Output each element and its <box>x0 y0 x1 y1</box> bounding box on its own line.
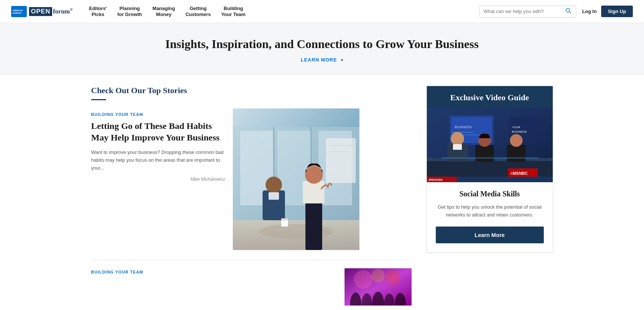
svg-rect-23 <box>326 138 356 183</box>
svg-line-5 <box>569 12 571 13</box>
svg-rect-51 <box>507 145 526 162</box>
login-button[interactable]: Log In <box>582 9 597 14</box>
hero-title: Insights, Inspiration, and Connections t… <box>7 37 637 51</box>
svg-rect-39 <box>451 132 473 133</box>
story-text: BUILDING YOUR TEAM Letting Go of These B… <box>91 108 233 252</box>
story-headline: Letting Go of These Bad Habits May Help … <box>91 120 225 143</box>
svg-rect-22 <box>281 218 288 221</box>
hero-learn-more-link[interactable]: LEARN MORE ▾ <box>301 57 343 63</box>
top-stories-heading: Check Out Our Top Stories <box>91 86 412 95</box>
svg-text:BUSINESS: BUSINESS <box>455 125 472 129</box>
svg-text:AMERICAN: AMERICAN <box>13 9 23 12</box>
svg-rect-19 <box>303 181 324 203</box>
video-card-subtitle: Social Media Skills <box>436 190 544 198</box>
svg-point-33 <box>386 270 400 285</box>
svg-text:YOUR: YOUR <box>512 126 520 129</box>
search-icon <box>565 8 571 14</box>
svg-text:BUSINESS: BUSINESS <box>512 130 527 133</box>
search-box <box>479 6 576 18</box>
svg-rect-18 <box>305 198 322 250</box>
svg-point-32 <box>354 270 372 289</box>
svg-point-20 <box>305 166 323 184</box>
video-thumbnail-svg: BUSINESS YOUR BUSINESS <box>427 108 553 182</box>
search-input[interactable] <box>483 9 565 14</box>
svg-rect-48 <box>453 144 462 150</box>
story-author: Mike Michalowicz <box>91 177 225 182</box>
svg-point-34 <box>371 269 385 282</box>
second-story-text: BUILDING YOUR TEAM <box>91 268 337 306</box>
nav-managing-money[interactable]: ManagingMoney <box>147 6 180 17</box>
title-underline <box>91 99 106 100</box>
svg-rect-55 <box>442 157 539 159</box>
hero-learn-more-label: LEARN MORE <box>301 57 337 63</box>
second-story-card[interactable]: BUILDING YOUR TEAM <box>91 268 412 310</box>
site-header: AMERICAN EXPRESS OPEN forum® Editors'Pic… <box>0 0 644 23</box>
svg-point-16 <box>266 177 282 193</box>
nav-building-team[interactable]: BuildingYour Team <box>216 6 251 17</box>
story-category: BUILDING YOUR TEAM <box>91 112 225 117</box>
top-story-card[interactable]: BUILDING YOUR TEAM Letting Go of These B… <box>91 108 412 260</box>
nav-getting-customers[interactable]: GettingCustomers <box>180 6 216 17</box>
nav-planning-growth[interactable]: Planningfor Growth <box>112 6 147 17</box>
hero-section: Insights, Inspiration, and Connections t… <box>0 23 644 75</box>
story-excerpt: Want to improve your business? Dropping … <box>91 149 225 172</box>
story-image-svg <box>233 108 359 250</box>
second-story-category: BUILDING YOUR TEAM <box>91 270 337 274</box>
forum-text: forum® <box>53 7 73 15</box>
svg-point-47 <box>451 132 464 145</box>
video-guide-title: Exclusive Video Guide <box>434 93 545 102</box>
main-content: Check Out Our Top Stories BUILDING YOUR … <box>80 75 564 310</box>
video-guide-body: Social Media Skills Get tips to help you… <box>427 182 553 252</box>
video-guide-card: Exclusive Video Guide <box>426 86 553 253</box>
video-thumbnail[interactable]: BUSINESS YOUR BUSINESS <box>427 108 553 182</box>
amex-card-icon: AMERICAN EXPRESS <box>11 6 27 17</box>
svg-rect-17 <box>269 192 279 200</box>
svg-rect-1 <box>12 7 26 16</box>
logo-area[interactable]: AMERICAN EXPRESS OPEN forum® <box>11 6 73 17</box>
story-image <box>233 108 412 252</box>
left-column: Check Out Our Top Stories BUILDING YOUR … <box>91 86 412 310</box>
second-story-image <box>345 268 412 306</box>
svg-text:≡MSNBC: ≡MSNBC <box>510 171 528 175</box>
nav-editors-picks[interactable]: Editors'Picks <box>84 6 112 17</box>
open-forum-brand: OPEN forum® <box>29 7 73 16</box>
svg-text:EXPRESS: EXPRESS <box>13 12 22 14</box>
open-text: OPEN <box>29 7 52 16</box>
svg-text:BREAKING: BREAKING <box>429 178 443 181</box>
chevron-down-icon: ▾ <box>341 58 343 63</box>
right-column: Exclusive Video Guide <box>426 86 553 310</box>
svg-rect-49 <box>475 145 494 162</box>
main-nav: Editors'Picks Planningfor Growth Managin… <box>84 6 251 17</box>
search-button[interactable] <box>565 8 571 15</box>
svg-point-4 <box>566 8 570 12</box>
video-card-description: Get tips to help you unlock the potentia… <box>436 203 544 219</box>
signup-button[interactable]: Sign Up <box>601 6 633 17</box>
second-story-svg <box>345 268 412 306</box>
video-guide-header: Exclusive Video Guide <box>427 86 553 108</box>
svg-point-52 <box>510 134 523 147</box>
learn-more-button[interactable]: Learn More <box>436 227 544 243</box>
